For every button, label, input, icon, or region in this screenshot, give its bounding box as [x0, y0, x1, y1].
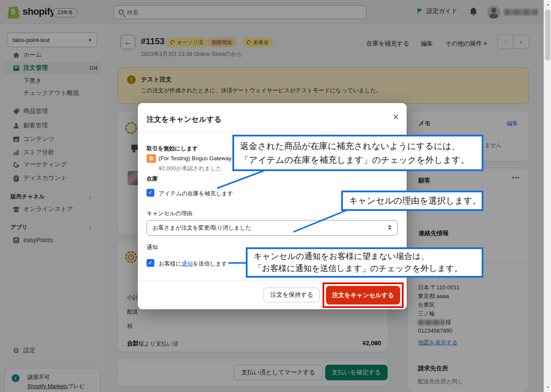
- notify-checkbox[interactable]: ✓: [147, 259, 154, 267]
- void-section-label: 取引を無効にします: [147, 145, 198, 152]
- shopify-admin-screen: S shopify 23年冬 設定ガイド talos-point-test ▾ …: [0, 0, 551, 392]
- close-icon[interactable]: ×: [393, 112, 399, 122]
- reason-value: お客さまが注文を変更/取り消しました: [153, 224, 251, 232]
- callout-notify: キャンセルの通知をお客様に望まない場合は、 「お客様に通知を送信します」のチェッ…: [246, 247, 483, 278]
- callout-restock: 返金された商品が在庫に補充されないようにするには、 「アイテムの在庫を補充します…: [232, 135, 483, 171]
- scroll-up-arrow[interactable]: ▲: [544, 3, 551, 6]
- gateway-badge: B: [147, 154, 156, 163]
- scroll-down-arrow[interactable]: ▼: [544, 386, 551, 389]
- callout-reason: キャンセルの理由を選択します。: [341, 191, 483, 211]
- reason-label: キャンセルの理由: [147, 210, 192, 217]
- gateway-name: (For Testing) Bogus Gateway (•••: [159, 155, 241, 162]
- notice-label: 通知: [147, 243, 158, 251]
- modal-title: 注文をキャンセルする: [147, 114, 222, 124]
- gateway-amount: ¥2,000が承認されました: [159, 165, 222, 172]
- page-scrollbar[interactable]: ▲ ▼: [544, 0, 551, 392]
- cancel-reason-select[interactable]: お客さまが注文を変更/取り消しました: [147, 220, 398, 236]
- notification-link[interactable]: 通知: [182, 260, 193, 267]
- inventory-label: 在庫: [147, 175, 158, 183]
- modal-footer-divider: [138, 281, 407, 281]
- restock-checkbox[interactable]: ✓: [147, 189, 154, 197]
- restock-label: アイテムの在庫を補充します: [159, 190, 233, 198]
- scrollbar-thumb[interactable]: [545, 10, 551, 61]
- notify-label: お客様に通知を送信します: [159, 260, 227, 268]
- modal-header-divider: [138, 132, 407, 132]
- keep-order-button[interactable]: 注文を保持する: [264, 288, 320, 302]
- cancel-button-highlight: [323, 282, 404, 308]
- select-updown-icon: [388, 225, 391, 230]
